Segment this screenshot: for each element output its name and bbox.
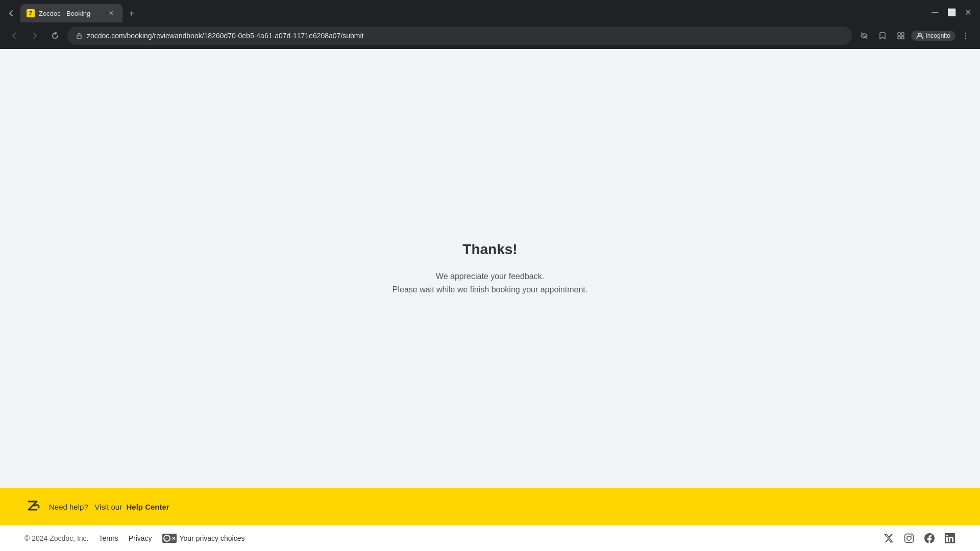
tab-nav-left[interactable] xyxy=(4,6,18,20)
window-close-button[interactable]: ✕ xyxy=(960,4,976,20)
svg-point-7 xyxy=(965,33,966,34)
tab-favicon: Z xyxy=(27,9,35,17)
thanks-line1: We appreciate your feedback. xyxy=(393,270,587,283)
browser-actions: Incognito xyxy=(856,28,974,44)
footer-left: © 2024 Zocdoc, Inc. Terms Privacy ✓ ✕ Yo… xyxy=(24,534,244,543)
svg-rect-2 xyxy=(898,33,900,35)
forward-button[interactable] xyxy=(27,28,43,44)
url-bar[interactable]: zocdoc.com/booking/reviewandbook/18260d7… xyxy=(67,27,852,45)
thanks-line2: Please wait while we finish booking your… xyxy=(393,283,587,296)
x-mark: ✕ xyxy=(172,536,176,541)
zocdoc-logo xyxy=(24,497,43,516)
thanks-subtitle: We appreciate your feedback. Please wait… xyxy=(393,270,587,296)
tab-close-button[interactable]: × xyxy=(106,8,116,18)
privacy-choices-label: Your privacy choices xyxy=(180,534,245,542)
privacy-choices-icon: ✓ ✕ xyxy=(162,534,177,543)
svg-point-12 xyxy=(907,536,911,540)
browser-chrome: Z Zocdoc - Booking × + ─ ⬜ ✕ xyxy=(0,0,980,49)
bookmark-button[interactable] xyxy=(874,28,891,44)
main-content: Thanks! We appreciate your feedback. Ple… xyxy=(0,49,980,488)
visit-label: Visit our xyxy=(94,503,122,511)
eye-off-button[interactable] xyxy=(856,28,872,44)
menu-button[interactable] xyxy=(958,28,974,44)
svg-point-13 xyxy=(911,535,912,536)
back-button[interactable] xyxy=(6,28,22,44)
address-bar: zocdoc.com/booking/reviewandbook/18260d7… xyxy=(0,22,980,49)
instagram-icon[interactable] xyxy=(903,533,915,544)
svg-rect-4 xyxy=(898,36,900,39)
window-maximize-button[interactable]: ⬜ xyxy=(943,4,960,20)
privacy-choices[interactable]: ✓ ✕ Your privacy choices xyxy=(162,534,245,543)
help-text: Need help? Visit our Help Center xyxy=(49,503,169,511)
thanks-title: Thanks! xyxy=(462,241,517,258)
facebook-icon[interactable] xyxy=(924,533,935,544)
svg-rect-10 xyxy=(24,497,43,516)
help-banner: Need help? Visit our Help Center xyxy=(0,488,980,525)
lock-icon xyxy=(76,32,83,39)
svg-point-8 xyxy=(965,35,966,36)
footer-copyright: © 2024 Zocdoc, Inc. xyxy=(24,534,89,542)
extensions-button[interactable] xyxy=(893,28,909,44)
tab-bar: Z Zocdoc - Booking × + ─ ⬜ ✕ xyxy=(0,0,980,22)
browser-tab-active[interactable]: Z Zocdoc - Booking × xyxy=(20,4,122,22)
reload-button[interactable] xyxy=(47,28,63,44)
footer-social xyxy=(883,533,955,544)
svg-rect-5 xyxy=(901,36,904,39)
twitter-icon[interactable] xyxy=(883,533,894,544)
svg-rect-0 xyxy=(77,35,81,39)
terms-link[interactable]: Terms xyxy=(99,534,118,542)
footer: © 2024 Zocdoc, Inc. Terms Privacy ✓ ✕ Yo… xyxy=(0,525,980,551)
need-help-label: Need help? xyxy=(49,503,88,511)
incognito-badge: Incognito xyxy=(911,31,955,41)
linkedin-icon[interactable] xyxy=(944,533,955,544)
incognito-label: Incognito xyxy=(925,32,950,39)
window-minimize-button[interactable]: ─ xyxy=(927,4,943,20)
page-content: Thanks! We appreciate your feedback. Ple… xyxy=(0,49,980,551)
help-center-link[interactable]: Help Center xyxy=(127,503,169,511)
new-tab-button[interactable]: + xyxy=(125,6,139,20)
privacy-icon-inner: ✓ ✕ xyxy=(163,535,176,542)
url-text: zocdoc.com/booking/reviewandbook/18260d7… xyxy=(87,32,844,40)
tab-title: Zocdoc - Booking xyxy=(39,10,102,17)
privacy-link[interactable]: Privacy xyxy=(129,534,152,542)
check-circle: ✓ xyxy=(163,535,170,542)
svg-rect-3 xyxy=(901,33,904,35)
svg-rect-11 xyxy=(905,534,914,543)
svg-point-9 xyxy=(965,38,966,39)
